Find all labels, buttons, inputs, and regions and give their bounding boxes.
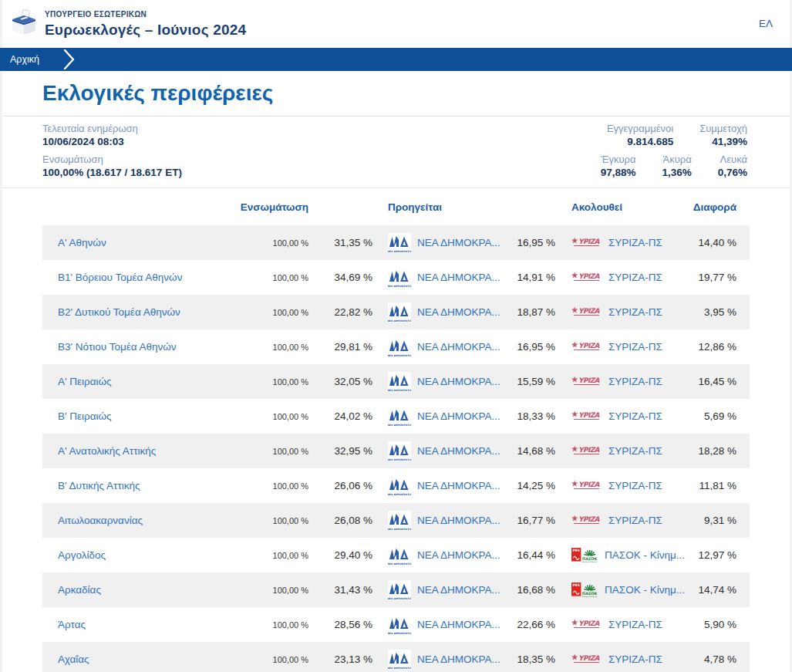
- difference-percent: 11,81 %: [685, 480, 750, 491]
- page-title: Εκλογικές περιφέρειες: [42, 81, 273, 106]
- district-link[interactable]: Β3' Νότιου Τομέα Αθηνών: [58, 341, 177, 353]
- follow-party-percent: 14,68 %: [507, 445, 555, 457]
- svg-text:ΝΕΑ ΔΗΜΟΚΡΑΤΙΑ: ΝΕΑ ΔΗΜΟΚΡΑΤΙΑ: [388, 458, 411, 461]
- row-integration-percent: 100,00 %: [234, 551, 308, 560]
- lead-party-percent: 22,82 %: [308, 306, 372, 318]
- lead-party-name: ΝΕΑ ΔΗΜΟΚΡΑ...: [417, 584, 500, 596]
- svg-text:ΥΡΙΖΑ: ΥΡΙΖΑ: [578, 307, 600, 315]
- stat-registered-label: Εγγεγραμμένοι: [607, 123, 673, 134]
- nd-logo: ΝΕΑ ΔΗΜΟΚΡΑΤΙΑ: [388, 302, 411, 322]
- table-row[interactable]: Α' Αθηνών 100,00 % 31,35 % ΝΕΑ ΔΗΜΟΚΡΑΤΙ…: [42, 225, 750, 260]
- svg-text:ΠΑΣΟΚ: ΠΑΣΟΚ: [582, 555, 597, 560]
- table-row[interactable]: Α' Πειραιώς 100,00 % 32,05 % ΝΕΑ ΔΗΜΟΚΡΑ…: [42, 364, 750, 399]
- svg-text:ΥΡΙΖΑ: ΥΡΙΖΑ: [578, 238, 600, 245]
- table-row[interactable]: Β2' Δυτικού Τομέα Αθηνών 100,00 % 22,82 …: [42, 295, 750, 329]
- row-integration-percent: 100,00 %: [234, 620, 308, 630]
- district-link[interactable]: Αργολίδος: [58, 549, 106, 561]
- table-row[interactable]: Αιτωλοακαρνανίας 100,00 % 26,08 % ΝΕΑ ΔΗ…: [42, 503, 750, 538]
- stats-strip: Τελευταία ενημέρωση 10/06/2024 08:03 Εγγ…: [2, 116, 790, 188]
- ballot-box-icon: [9, 9, 39, 39]
- nd-logo: ΝΕΑ ΔΗΜΟΚΡΑΤΙΑ: [388, 337, 411, 357]
- lead-party-name: ΝΕΑ ΔΗΜΟΚΡΑ...: [417, 341, 500, 353]
- svg-text:ΝΕΑ ΔΗΜΟΚΡΑΤΙΑ: ΝΕΑ ΔΗΜΟΚΡΑΤΙΑ: [388, 562, 411, 565]
- difference-percent: 12,86 %: [685, 341, 750, 353]
- column-header-leads: Προηγείται: [372, 201, 507, 213]
- lead-party-name: ΝΕΑ ΔΗΜΟΚΡΑ...: [417, 515, 500, 526]
- difference-percent: 3,95 %: [685, 306, 750, 318]
- stat-last-update-label: Τελευταία ενημέρωση: [42, 123, 138, 134]
- stat-registered-value: 9.814.685: [607, 135, 673, 148]
- syriza-logo: ΥΡΙΖΑ: [571, 236, 602, 249]
- stat-integration-label: Ενσωμάτωση: [42, 154, 182, 165]
- breadcrumb-home-link[interactable]: Αρχική: [10, 54, 39, 65]
- follow-party-percent: 18,33 %: [507, 410, 555, 422]
- lead-party-name: ΝΕΑ ΔΗΜΟΚΡΑ...: [417, 410, 500, 422]
- row-integration-percent: 100,00 %: [234, 343, 308, 352]
- lead-party-percent: 32,95 %: [308, 445, 372, 457]
- row-integration-percent: 100,00 %: [234, 238, 308, 248]
- language-selector[interactable]: ΕΛ: [759, 18, 773, 29]
- stat-invalid-value: 1,36%: [662, 166, 691, 179]
- difference-percent: 19,77 %: [685, 272, 750, 283]
- row-integration-percent: 100,00 %: [234, 516, 308, 525]
- stat-valid-label: Έγκυρα: [601, 154, 636, 165]
- svg-text:ΥΡΙΖΑ: ΥΡΙΖΑ: [578, 411, 600, 419]
- district-link[interactable]: Β2' Δυτικού Τομέα Αθηνών: [58, 306, 180, 318]
- table-row[interactable]: Αχαΐας 100,00 % 23,13 % ΝΕΑ ΔΗΜΟΚΡΑΤΙΑ Ν…: [42, 642, 750, 672]
- svg-text:PES: PES: [573, 548, 580, 552]
- svg-text:ΝΕΑ ΔΗΜΟΚΡΑΤΙΑ: ΝΕΑ ΔΗΜΟΚΡΑΤΙΑ: [388, 388, 411, 391]
- follow-party-name: ΣΥΡΙΖΑ-ΠΣ: [608, 306, 662, 318]
- row-integration-percent: 100,00 %: [234, 308, 308, 317]
- table-row[interactable]: Β1' Βόρειου Τομέα Αθηνών 100,00 % 34,69 …: [42, 260, 750, 295]
- lead-party-name: ΝΕΑ ΔΗΜΟΚΡΑ...: [417, 237, 500, 248]
- follow-party-percent: 16,44 %: [507, 549, 555, 561]
- table-row[interactable]: Αργολίδος 100,00 % 29,40 % ΝΕΑ ΔΗΜΟΚΡΑΤΙ…: [42, 538, 750, 572]
- difference-percent: 14,40 %: [685, 237, 750, 248]
- nd-logo: ΝΕΑ ΔΗΜΟΚΡΑΤΙΑ: [388, 615, 411, 635]
- district-link[interactable]: Β' Πειραιώς: [58, 410, 112, 422]
- district-link[interactable]: Β1' Βόρειου Τομέα Αθηνών: [58, 272, 182, 283]
- row-integration-percent: 100,00 %: [234, 481, 308, 491]
- svg-text:ΝΕΑ ΔΗΜΟΚΡΑΤΙΑ: ΝΕΑ ΔΗΜΟΚΡΑΤΙΑ: [388, 353, 411, 356]
- stat-integration: Ενσωμάτωση 100,00% (18.617 / 18.617 ΕΤ): [42, 154, 182, 179]
- lead-party-percent: 32,05 %: [308, 376, 372, 387]
- district-link[interactable]: Άρτας: [58, 619, 86, 630]
- district-link[interactable]: Α' Αθηνών: [58, 237, 106, 248]
- stat-invalid: Άκυρα 1,36%: [662, 154, 691, 179]
- row-integration-percent: 100,00 %: [234, 586, 308, 595]
- row-integration-percent: 100,00 %: [234, 377, 308, 387]
- district-link[interactable]: Αρκαδίας: [58, 584, 101, 596]
- follow-party-name: ΣΥΡΙΖΑ-ΠΣ: [608, 445, 662, 457]
- syriza-logo: ΥΡΙΖΑ: [571, 375, 602, 388]
- difference-percent: 14,74 %: [685, 584, 750, 596]
- difference-percent: 9,31 %: [685, 515, 750, 526]
- follow-party-percent: 16,95 %: [507, 237, 555, 248]
- table-row[interactable]: Β' Δυτικής Αττικής 100,00 % 26,06 % ΝΕΑ …: [42, 468, 750, 503]
- follow-party-name: ΣΥΡΙΖΑ-ΠΣ: [608, 410, 662, 422]
- district-link[interactable]: Α' Πειραιώς: [58, 376, 112, 387]
- lead-party-percent: 31,35 %: [308, 237, 372, 248]
- column-header-difference: Διαφορά: [685, 201, 750, 213]
- district-link[interactable]: Αχαΐας: [58, 653, 89, 665]
- table-row[interactable]: Β' Πειραιώς 100,00 % 24,02 % ΝΕΑ ΔΗΜΟΚΡΑ…: [42, 399, 750, 434]
- pasok-logo: PESΠΑΣΟΚΚίνημα Αλλαγής: [571, 546, 598, 565]
- district-link[interactable]: Αιτωλοακαρνανίας: [58, 515, 143, 526]
- table-row[interactable]: Αρκαδίας 100,00 % 31,43 % ΝΕΑ ΔΗΜΟΚΡΑΤΙΑ…: [42, 572, 750, 607]
- follow-party-name: ΣΥΡΙΖΑ-ΠΣ: [608, 619, 662, 630]
- follow-party-percent: 18,35 %: [507, 653, 555, 665]
- svg-text:PES: PES: [573, 583, 580, 586]
- follow-party-percent: 14,91 %: [507, 272, 555, 283]
- district-link[interactable]: Β' Δυτικής Αττικής: [58, 480, 140, 491]
- lead-party-name: ΝΕΑ ΔΗΜΟΚΡΑ...: [417, 272, 500, 283]
- table-row[interactable]: Άρτας 100,00 % 28,56 % ΝΕΑ ΔΗΜΟΚΡΑΤΙΑ ΝΕ…: [42, 607, 750, 642]
- difference-percent: 18,28 %: [685, 445, 750, 457]
- district-link[interactable]: Α' Ανατολικής Αττικής: [58, 445, 156, 457]
- table-row[interactable]: Α' Ανατολικής Αττικής 100,00 % 32,95 % Ν…: [42, 434, 750, 468]
- svg-text:ΝΕΑ ΔΗΜΟΚΡΑΤΙΑ: ΝΕΑ ΔΗΜΟΚΡΑΤΙΑ: [388, 423, 411, 426]
- nd-logo: ΝΕΑ ΔΗΜΟΚΡΑΤΙΑ: [388, 407, 411, 427]
- syriza-logo: ΥΡΙΖΑ: [571, 444, 602, 458]
- table-row[interactable]: Β3' Νότιου Τομέα Αθηνών 100,00 % 29,81 %…: [42, 329, 750, 364]
- follow-party-name: ΣΥΡΙΖΑ-ΠΣ: [608, 480, 662, 491]
- lead-party-percent: 26,06 %: [308, 480, 372, 491]
- svg-text:ΝΕΑ ΔΗΜΟΚΡΑΤΙΑ: ΝΕΑ ΔΗΜΟΚΡΑΤΙΑ: [388, 319, 411, 322]
